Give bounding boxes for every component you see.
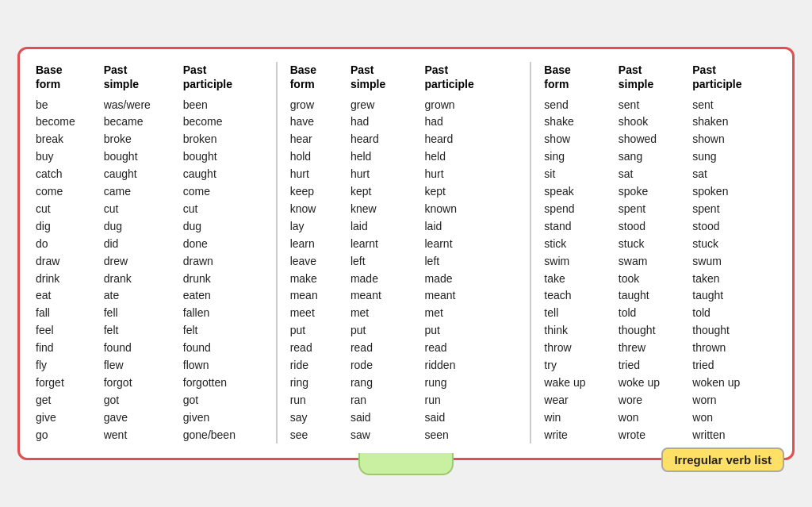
cell-0-11-0: eat: [34, 287, 102, 305]
cell-1-18-0: say: [289, 409, 349, 426]
verb-table-0: BaseformPastsimplePastparticiplebewas/we…: [34, 62, 270, 444]
cell-1-2-1: heard: [349, 131, 423, 148]
cell-1-9-0: leave: [289, 252, 349, 270]
cell-2-14-1: threw: [617, 340, 691, 357]
cell-2-5-0: speak: [542, 183, 616, 201]
table-row: laylaidlaid: [289, 217, 524, 235]
cell-0-6-0: cut: [34, 200, 102, 217]
cell-2-0-2: sent: [691, 96, 778, 113]
cell-1-2-0: hear: [289, 131, 349, 148]
cell-2-14-0: throw: [542, 340, 616, 357]
col-header-1-2: Pastparticiple: [423, 62, 524, 96]
cell-2-19-0: write: [542, 426, 616, 444]
cell-2-3-1: sang: [617, 148, 691, 166]
cell-0-0-2: been: [182, 96, 270, 113]
cell-2-13-1: thought: [617, 322, 691, 340]
cell-1-10-2: made: [423, 270, 524, 287]
verb-section-2: BaseformPastsimplePastparticiplesendsent…: [530, 62, 778, 444]
cell-0-7-0: dig: [34, 217, 102, 235]
cell-0-5-1: came: [102, 183, 182, 201]
cell-0-16-0: forget: [34, 374, 102, 391]
table-row: spendspentspent: [542, 200, 778, 217]
green-tab: [358, 453, 454, 475]
cell-0-15-0: fly: [34, 356, 102, 374]
cell-2-17-1: wore: [617, 391, 691, 409]
cell-1-19-1: saw: [349, 426, 423, 444]
cell-0-17-1: got: [102, 391, 182, 409]
cell-2-11-1: taught: [617, 287, 691, 305]
cell-2-18-2: won: [691, 409, 778, 426]
table-row: getgotgot: [34, 391, 270, 409]
cell-1-3-0: hold: [289, 148, 349, 166]
table-row: hearheardheard: [289, 131, 524, 148]
table-row: sitsatsat: [542, 166, 778, 183]
cell-0-3-0: buy: [34, 148, 102, 166]
cell-2-4-0: sit: [542, 166, 616, 183]
cell-0-12-0: fall: [34, 305, 102, 322]
cell-2-6-0: spend: [542, 200, 616, 217]
cell-1-6-1: knew: [349, 200, 423, 217]
cell-1-6-2: known: [423, 200, 524, 217]
table-row: leaveleftleft: [289, 252, 524, 270]
table-row: ringrangrung: [289, 374, 524, 391]
cell-0-4-2: caught: [182, 166, 270, 183]
table-row: seesawseen: [289, 426, 524, 444]
cell-1-7-0: lay: [289, 217, 349, 235]
table-row: buyboughtbought: [34, 148, 270, 166]
table-row: meanmeantmeant: [289, 287, 524, 305]
cell-0-16-1: forgot: [102, 374, 182, 391]
table-row: flyflewflown: [34, 356, 270, 374]
table-row: digdugdug: [34, 217, 270, 235]
cell-1-4-0: hurt: [289, 166, 349, 183]
col-header-0-2: Pastparticiple: [182, 62, 270, 96]
cell-0-3-1: bought: [102, 148, 182, 166]
cell-1-8-0: learn: [289, 235, 349, 252]
cell-2-18-1: won: [617, 409, 691, 426]
cell-2-16-2: woken up: [691, 374, 778, 391]
table-row: drinkdrankdrunk: [34, 270, 270, 287]
cell-0-14-0: find: [34, 340, 102, 357]
table-container: BaseformPastsimplePastparticiplebewas/we…: [34, 62, 778, 444]
cell-2-15-2: tried: [691, 356, 778, 374]
table-row: standstoodstood: [542, 217, 778, 235]
cell-2-4-1: sat: [617, 166, 691, 183]
table-row: dodiddone: [34, 235, 270, 252]
cell-1-13-0: put: [289, 322, 349, 340]
cell-1-19-2: seen: [423, 426, 524, 444]
col-header-2-2: Pastparticiple: [691, 62, 778, 96]
cell-0-9-1: drew: [102, 252, 182, 270]
table-row: wearworeworn: [542, 391, 778, 409]
cell-0-14-2: found: [182, 340, 270, 357]
cell-1-8-2: learnt: [423, 235, 524, 252]
table-row: bewas/werebeen: [34, 96, 270, 113]
cell-2-10-1: took: [617, 270, 691, 287]
cell-2-3-2: sung: [691, 148, 778, 166]
cell-0-0-1: was/were: [102, 96, 182, 113]
cell-2-11-0: teach: [542, 287, 616, 305]
table-row: putputput: [289, 322, 524, 340]
cell-0-4-1: caught: [102, 166, 182, 183]
cell-1-13-2: put: [423, 322, 524, 340]
table-row: makemademade: [289, 270, 524, 287]
table-row: readreadread: [289, 340, 524, 357]
cell-1-15-1: rode: [349, 356, 423, 374]
cell-0-18-2: given: [182, 409, 270, 426]
table-row: eatateeaten: [34, 287, 270, 305]
col-header-2-0: Baseform: [542, 62, 616, 96]
cell-0-1-0: become: [34, 113, 102, 131]
table-row: meetmetmet: [289, 305, 524, 322]
table-row: catchcaughtcaught: [34, 166, 270, 183]
cell-2-7-1: stood: [617, 217, 691, 235]
table-row: teachtaughttaught: [542, 287, 778, 305]
cell-2-9-1: swam: [617, 252, 691, 270]
cell-0-15-2: flown: [182, 356, 270, 374]
cell-2-2-2: shown: [691, 131, 778, 148]
cell-1-19-0: see: [289, 426, 349, 444]
table-row: keepkeptkept: [289, 183, 524, 201]
col-header-0-0: Baseform: [34, 62, 102, 96]
col-header-0-1: Pastsimple: [102, 62, 182, 96]
cell-0-2-2: broken: [182, 131, 270, 148]
cell-1-16-1: rang: [349, 374, 423, 391]
cell-1-6-0: know: [289, 200, 349, 217]
cell-2-8-1: stuck: [617, 235, 691, 252]
